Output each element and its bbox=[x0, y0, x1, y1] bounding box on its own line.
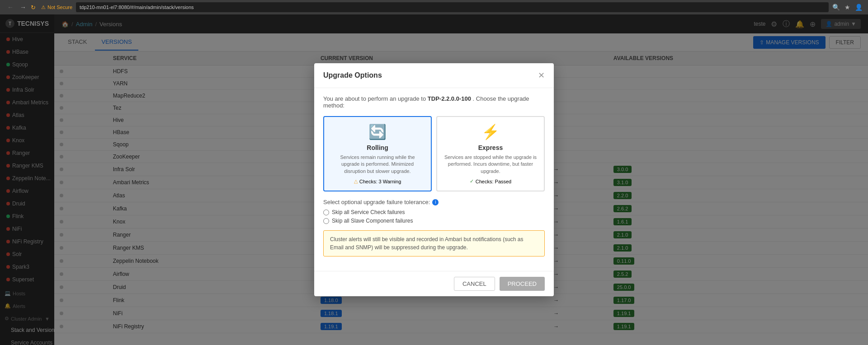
skip-slave-component-option[interactable]: Skip all Slave Component failures bbox=[323, 218, 545, 224]
upgrade-cards: 🔄 Rolling Services remain running while … bbox=[323, 116, 545, 191]
rolling-desc: Services remain running while the upgrad… bbox=[330, 154, 425, 175]
browser-star-icon[interactable]: ★ bbox=[844, 4, 850, 11]
back-button[interactable]: ← bbox=[5, 3, 15, 12]
warning-icon: ⚠ bbox=[41, 5, 46, 10]
express-icon: ⚡ bbox=[443, 123, 538, 140]
express-desc: Services are stopped while the upgrade i… bbox=[443, 154, 538, 175]
skip-service-check-option[interactable]: Skip all Service Check failures bbox=[323, 209, 545, 215]
modal-close-button[interactable]: ✕ bbox=[538, 70, 545, 80]
modal-title: Upgrade Options bbox=[323, 71, 382, 79]
warning-triangle-icon: △ bbox=[354, 178, 358, 184]
upgrade-options-modal: Upgrade Options ✕ You are about to perfo… bbox=[314, 63, 554, 296]
rolling-checks: △ Checks: 3 Warning bbox=[330, 178, 425, 184]
browser-user-icon[interactable]: 👤 bbox=[855, 4, 863, 11]
tolerance-section: Select optional upgrade failure toleranc… bbox=[323, 199, 545, 224]
skip-service-check-radio[interactable] bbox=[323, 210, 329, 215]
browser-bar: ← → ↻ ⚠ Not Secure tdp210-mn01-el7:8080/… bbox=[0, 0, 868, 14]
reload-button[interactable]: ↻ bbox=[31, 4, 36, 11]
browser-toolbar: 🔍 ★ 👤 bbox=[832, 4, 863, 11]
modal-footer: CANCEL PROCEED bbox=[314, 271, 554, 296]
express-title: Express bbox=[443, 144, 538, 151]
browser-search-icon[interactable]: 🔍 bbox=[832, 4, 840, 11]
proceed-button[interactable]: PROCEED bbox=[500, 277, 545, 291]
alert-info-box: Cluster alerts will still be visible and… bbox=[323, 230, 545, 256]
url-bar[interactable]: tdp210-mn01-el7:8080/#/main/admin/stack/… bbox=[76, 2, 829, 12]
security-label: Not Secure bbox=[47, 5, 72, 10]
forward-button[interactable]: → bbox=[18, 3, 28, 12]
rolling-icon: 🔄 bbox=[330, 123, 425, 140]
tolerance-label: Select optional upgrade failure toleranc… bbox=[323, 199, 545, 205]
browser-controls: ← → ↻ bbox=[5, 3, 38, 12]
express-card[interactable]: ⚡ Express Services are stopped while the… bbox=[436, 116, 545, 191]
modal-header: Upgrade Options ✕ bbox=[314, 63, 554, 88]
express-checks: ✓ Checks: Passed bbox=[443, 178, 538, 184]
skip-slave-component-radio[interactable] bbox=[323, 218, 329, 224]
version-name: TDP-2.2.0.0-100 bbox=[428, 95, 471, 102]
rolling-title: Rolling bbox=[330, 144, 425, 151]
modal-overlay: Upgrade Options ✕ You are about to perfo… bbox=[0, 14, 868, 345]
security-warning: ⚠ Not Secure bbox=[41, 5, 72, 10]
rolling-card[interactable]: 🔄 Rolling Services remain running while … bbox=[323, 116, 432, 191]
modal-description: You are about to perform an upgrade to T… bbox=[323, 95, 545, 109]
checkmark-icon: ✓ bbox=[470, 178, 474, 184]
tolerance-info-icon[interactable]: i bbox=[432, 199, 439, 205]
modal-body: You are about to perform an upgrade to T… bbox=[314, 88, 554, 271]
cancel-button[interactable]: CANCEL bbox=[454, 277, 495, 291]
radio-group: Skip all Service Check failures Skip all… bbox=[323, 209, 545, 224]
